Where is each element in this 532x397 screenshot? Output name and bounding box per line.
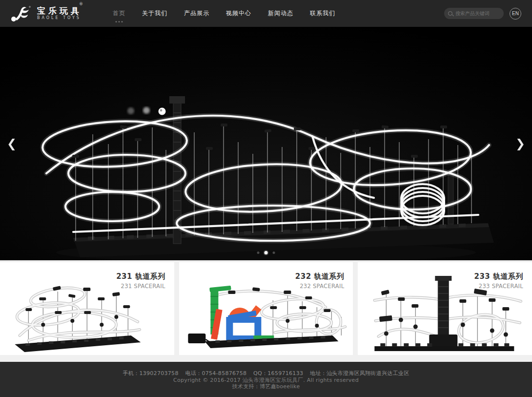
slider-dots: [257, 251, 275, 254]
footer: 手机：13902703758 电话：0754-85876758 QQ：16597…: [0, 362, 532, 397]
top-navbar: 宝乐玩具® BAOLE TOYS 首页 关于我们 产品展示 视频中心 新闻动态 …: [0, 0, 532, 27]
product-card-232[interactable]: 232 轨道系列 232 SPACERAIL: [179, 262, 353, 355]
prev-slide-button[interactable]: ❮: [7, 138, 17, 149]
nav-item-about[interactable]: 关于我们: [134, 9, 176, 18]
footer-mobile: 手机：13902703758: [123, 370, 179, 377]
nav-item-contact[interactable]: 联系我们: [302, 9, 344, 18]
product-title-block: 231 轨道系列 231 SPACERAIL: [116, 272, 165, 290]
footer-tech-support: 技术支持：博艺鑫boeelike: [0, 383, 532, 390]
product-subtitle: 231 SPACERAIL: [116, 283, 165, 290]
footer-copyright: Copyright © 2016-2017 汕头市澄海区宝乐玩具厂. All r…: [0, 377, 532, 384]
nav-item-news[interactable]: 新闻动态: [260, 9, 302, 18]
footer-phone: 电话：0754-85876758: [185, 370, 247, 377]
featured-products: 231 轨道系列 231 SPACERAIL: [0, 260, 532, 362]
hero-slider: ❮ ❯: [0, 27, 532, 260]
product-subtitle: 232 SPACERAIL: [295, 283, 345, 290]
slider-dot-3[interactable]: [273, 251, 275, 254]
product-card-231[interactable]: 231 轨道系列 231 SPACERAIL: [0, 262, 174, 355]
product-title: 233 轨道系列: [474, 272, 523, 281]
logo-text: 宝乐玩具® BAOLE TOYS: [37, 6, 89, 21]
logo-name-cn: 宝乐玩具: [37, 6, 82, 16]
main-nav: 首页 关于我们 产品展示 视频中心 新闻动态 联系我们: [104, 9, 344, 18]
product-title-block: 233 轨道系列 233 SPACERAIL: [474, 272, 523, 290]
logo-figure-icon: [10, 4, 32, 23]
footer-qq: QQ：1659716133: [253, 370, 303, 377]
search-input[interactable]: [455, 11, 500, 16]
chevron-right-icon: ❯: [515, 137, 525, 150]
slider-dot-1[interactable]: [257, 251, 260, 254]
product-title: 231 轨道系列: [116, 272, 165, 281]
nav-item-products[interactable]: 产品展示: [176, 9, 218, 18]
logo[interactable]: 宝乐玩具® BAOLE TOYS: [10, 4, 89, 23]
nav-item-videos[interactable]: 视频中心: [218, 9, 260, 18]
product-title-block: 232 轨道系列 232 SPACERAIL: [295, 272, 345, 290]
product-title: 232 轨道系列: [295, 272, 345, 281]
chevron-left-icon: ❮: [7, 137, 17, 150]
footer-address: 地址：汕头市澄海区凤翔街道兴达工业区: [310, 370, 409, 377]
footer-contact-line: 手机：13902703758 电话：0754-85876758 QQ：16597…: [0, 370, 532, 377]
tower-center: [430, 276, 458, 348]
nav-item-home[interactable]: 首页: [104, 9, 134, 18]
hero-slide-image: [0, 27, 532, 260]
registered-mark: ®: [79, 2, 86, 6]
logo-name-en: BAOLE TOYS: [37, 15, 89, 21]
slider-dot-2-active[interactable]: [265, 251, 268, 254]
product-card-233[interactable]: 233 轨道系列 233 SPACERAIL: [358, 262, 532, 355]
active-dots: [119, 21, 120, 22]
next-slide-button[interactable]: ❯: [515, 138, 525, 149]
product-subtitle: 233 SPACERAIL: [474, 283, 523, 290]
search-box[interactable]: [444, 8, 504, 19]
language-switch-button[interactable]: EN: [510, 8, 521, 20]
search-icon: [448, 11, 452, 16]
header-right: EN: [444, 8, 521, 20]
